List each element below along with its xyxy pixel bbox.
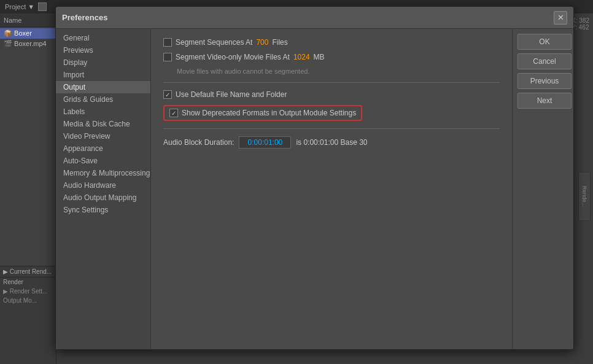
movie-note: Movie files with audio cannot be segment… — [177, 68, 500, 75]
segment-video-checkbox[interactable] — [163, 53, 172, 61]
sidebar-item-grids[interactable]: Grids & Guides — [56, 93, 150, 106]
segment-video-row: Segment Video-only Movie Files At 1024 M… — [163, 53, 500, 61]
audio-block-row: Audio Block Duration: is 0:00:01:00 Base… — [163, 136, 500, 149]
main-content: Segment Sequences At 700 Files Segment V… — [151, 29, 512, 349]
project-label: Project ▼ — [5, 3, 34, 10]
previous-button[interactable]: Previous — [517, 73, 572, 89]
dialog-title: Preferences — [62, 13, 107, 22]
segment-sequences-value[interactable]: 700 — [256, 38, 268, 47]
sidebar-item-general[interactable]: General — [56, 32, 150, 44]
separator-1 — [163, 82, 500, 83]
segment-video-label: Segment Video-only Movie Files At — [176, 53, 290, 61]
sidebar-item-appearance[interactable]: Appearance — [56, 142, 150, 155]
sidebar-item-display[interactable]: Display — [56, 56, 150, 69]
segment-video-unit: MB — [314, 53, 325, 61]
show-deprecated-label: Show Deprecated Formats in Output Module… — [182, 109, 356, 117]
project-indicator — [38, 2, 47, 11]
cancel-button[interactable]: Cancel — [517, 53, 572, 69]
show-deprecated-row: Show Deprecated Formats in Output Module… — [163, 105, 362, 121]
separator-2 — [163, 128, 500, 129]
dialog-body: General Previews Display Import Output G… — [56, 29, 573, 349]
segment-sequences-row: Segment Sequences At 700 Files — [163, 38, 500, 47]
right-buttons-panel: OK Cancel Previous Next — [512, 29, 573, 349]
ok-button[interactable]: OK — [517, 34, 572, 50]
panel-item-boxer-mp4[interactable]: 🎬 Boxer.mp4 — [0, 39, 56, 49]
audio-block-info: is 0:00:01:00 Base 30 — [296, 138, 367, 147]
audio-block-input[interactable] — [239, 136, 291, 149]
sidebar-item-media[interactable]: Media & Disk Cache — [56, 118, 150, 130]
render-side-panel: Rende... — [578, 172, 591, 221]
preferences-dialog: Preferences ✕ General Previews Display I… — [55, 6, 574, 350]
sidebar-item-sync[interactable]: Sync Settings — [56, 204, 150, 216]
use-default-label: Use Default File Name and Folder — [176, 90, 287, 99]
sidebar-item-memory[interactable]: Memory & Multiprocessing — [56, 167, 150, 179]
sidebar-item-auto-save[interactable]: Auto-Save — [56, 155, 150, 167]
close-button[interactable]: ✕ — [554, 11, 567, 25]
segment-sequences-checkbox[interactable] — [163, 38, 172, 47]
dialog-titlebar: Preferences ✕ — [56, 7, 573, 29]
sidebar-item-import[interactable]: Import — [56, 69, 150, 81]
segment-sequences-label: Segment Sequences At — [176, 38, 252, 47]
project-panel: Name 📦 Boxer 🎬 Boxer.mp4 ▶ Current Rend.… — [0, 14, 56, 364]
next-button[interactable]: Next — [517, 93, 572, 109]
use-default-row: Use Default File Name and Folder — [163, 90, 500, 99]
panel-header: Name — [0, 14, 56, 27]
sidebar-item-previews[interactable]: Previews — [56, 44, 150, 56]
show-deprecated-checkbox[interactable] — [169, 109, 178, 117]
use-default-checkbox[interactable] — [163, 90, 172, 99]
sidebar: General Previews Display Import Output G… — [56, 29, 151, 349]
sidebar-item-labels[interactable]: Labels — [56, 106, 150, 118]
sidebar-item-audio-output[interactable]: Audio Output Mapping — [56, 192, 150, 204]
panel-item-boxer[interactable]: 📦 Boxer — [0, 28, 56, 39]
sidebar-item-audio-hardware[interactable]: Audio Hardware — [56, 179, 150, 192]
segment-video-value[interactable]: 1024 — [293, 53, 310, 61]
audio-block-label: Audio Block Duration: — [163, 138, 234, 147]
coords-display: X: 382Y: 462 — [572, 17, 589, 31]
sidebar-item-output[interactable]: Output — [56, 81, 150, 93]
segment-sequences-unit: Files — [272, 38, 287, 47]
sidebar-item-video-preview[interactable]: Video Preview — [56, 130, 150, 142]
